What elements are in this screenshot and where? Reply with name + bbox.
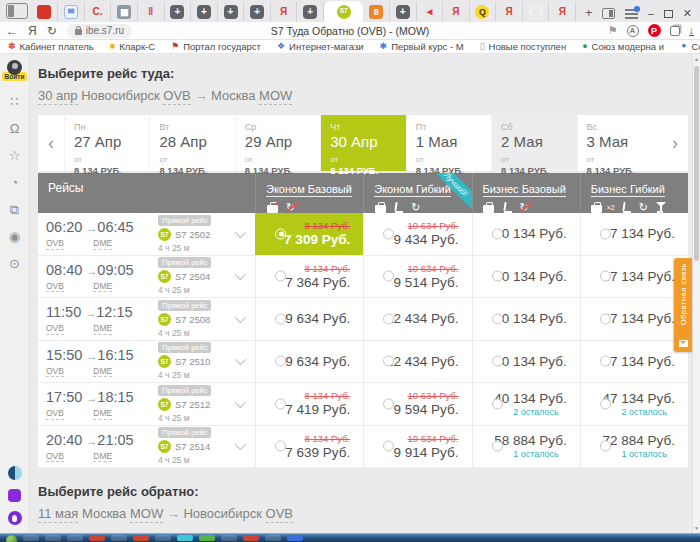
fare-cell-business-flex[interactable]: 47 134 Руб.	[580, 298, 688, 340]
fare-cell-business-basic[interactable]: 40 134 Руб.	[472, 256, 580, 298]
expand-chevron-icon[interactable]	[235, 269, 246, 280]
camera-app-icon[interactable]	[8, 489, 21, 502]
side-panel-icon[interactable]	[602, 8, 615, 19]
taskbar-app-icon[interactable]	[265, 535, 281, 541]
carousel-next-icon[interactable]: ›	[662, 115, 688, 171]
fare-radio[interactable]	[383, 398, 394, 409]
side-panel-icon[interactable]: ◉	[9, 230, 20, 243]
minimize-button[interactable]: –	[648, 8, 654, 19]
fare-radio[interactable]	[492, 398, 503, 409]
fare-radio[interactable]	[275, 441, 286, 452]
bookmark-item[interactable]: ● Союз модерна и	[582, 41, 664, 52]
fare-cell-econom-flex[interactable]: 10 634 Руб. 9 434 Руб.	[363, 213, 471, 255]
fare-radio[interactable]	[275, 271, 286, 282]
bookmark-item[interactable]: ❖ Интернет-магази	[277, 41, 364, 52]
scrollbar-thumb[interactable]	[694, 66, 699, 261]
fare-radio[interactable]	[275, 356, 286, 367]
fare-radio[interactable]	[600, 228, 611, 239]
fare-cell-business-basic[interactable]: 40 134 Руб. 2 осталось	[472, 383, 580, 425]
browser-tab[interactable]: +	[191, 2, 218, 22]
fare-column-econom-flex[interactable]: Эконом Гибкий ↻ Лучший!	[363, 173, 471, 213]
fare-cell-econom-flex[interactable]: 12 434 Руб.	[363, 341, 471, 383]
scroll-up-icon[interactable]: ▲	[693, 56, 700, 62]
fare-cell-business-flex[interactable]: 47 134 Руб. 2 осталось	[580, 383, 688, 425]
pinterest-icon[interactable]: P	[648, 24, 661, 37]
new-tab-button[interactable]: +	[576, 5, 602, 22]
fare-column-business-basic[interactable]: Бизнес Базовый ↻	[472, 173, 580, 213]
destination-code[interactable]: DME	[93, 451, 112, 463]
date-cell[interactable]: Ср 29 Апр от 8 134 РУБ.	[235, 115, 320, 171]
browser-tab[interactable]: S7	[324, 1, 363, 22]
taskbar-app-icon[interactable]	[111, 535, 127, 541]
fare-cell-business-flex[interactable]: 47 134 Руб.	[580, 256, 688, 298]
fare-radio[interactable]	[383, 441, 394, 452]
fare-cell-business-basic[interactable]: 40 134 Руб.	[472, 341, 580, 383]
browser-tab[interactable]: ◄	[417, 2, 444, 22]
avatar[interactable]	[7, 60, 22, 75]
back-icon[interactable]: ←	[6, 24, 18, 38]
fare-cell-econom-flex[interactable]: 12 434 Руб.	[363, 298, 471, 340]
taskbar-app-icon[interactable]	[45, 535, 61, 541]
expand-chevron-icon[interactable]	[235, 312, 246, 323]
destination-code[interactable]: DME	[93, 281, 112, 293]
outbound-to-code-link[interactable]: MOW	[259, 88, 292, 105]
browser-tab[interactable]: ‖	[138, 2, 165, 22]
browser-tab[interactable]: +	[390, 2, 417, 22]
fare-cell-econom-basic[interactable]: 8 134 Руб. 7 309 Руб.	[255, 213, 363, 255]
yandex-home-icon[interactable]: Я	[28, 24, 37, 38]
origin-code[interactable]: OVB	[46, 366, 64, 378]
download-icon[interactable]: ↓	[689, 25, 695, 36]
fare-cell-business-basic[interactable]: 40 134 Руб.	[472, 298, 580, 340]
fare-cell-econom-basic[interactable]: 8 134 Руб. 7 364 Руб.	[255, 256, 363, 298]
browser-tab[interactable]: ░	[523, 2, 550, 22]
extension-a-icon[interactable]: A	[627, 25, 639, 37]
fare-cell-econom-basic[interactable]: 9 634 Руб.	[255, 298, 363, 340]
browser-tab[interactable]: Я	[549, 2, 576, 22]
origin-code[interactable]: OVB	[46, 238, 64, 250]
restore-button[interactable]	[664, 10, 673, 18]
taskbar-app-icon[interactable]	[23, 535, 39, 541]
date-cell[interactable]: Сб 2 Мая от 8 134 РУБ.	[491, 115, 576, 171]
fare-cell-econom-basic[interactable]: 8 134 Руб. 7 639 Руб.	[255, 426, 363, 468]
side-panel-icon[interactable]: ☆	[9, 149, 21, 162]
browser-tab[interactable]	[32, 2, 59, 22]
fare-radio[interactable]	[600, 441, 611, 452]
page-scrollbar[interactable]: ▲ ▼	[692, 54, 700, 533]
inbound-to-code-link[interactable]: OVB	[266, 506, 293, 523]
browser-tab[interactable]: Я	[443, 2, 470, 22]
browser-tab[interactable]: 8	[363, 2, 390, 22]
fare-radio[interactable]	[600, 271, 611, 282]
fare-radio[interactable]	[275, 398, 286, 409]
destination-code[interactable]: DME	[93, 238, 112, 250]
collections-icon[interactable]	[670, 26, 680, 36]
inbound-date-link[interactable]: 11 мая	[38, 506, 78, 523]
outbound-date-link[interactable]: 30 апр	[38, 88, 78, 105]
reload-icon[interactable]: ↻	[47, 24, 57, 38]
scroll-down-icon[interactable]: ▼	[693, 525, 700, 531]
origin-code[interactable]: OVB	[46, 451, 64, 463]
browser-tab[interactable]: Q	[470, 2, 497, 22]
bookmark-item[interactable]: ✱ Первый курс - М	[380, 41, 464, 52]
music-app-icon[interactable]	[8, 511, 22, 525]
browser-tab[interactable]: ▦	[111, 2, 138, 22]
taskbar-app-icon[interactable]	[243, 535, 259, 541]
fare-cell-econom-basic[interactable]: 9 634 Руб.	[255, 341, 363, 383]
expand-chevron-icon[interactable]	[235, 439, 246, 450]
fare-cell-econom-flex[interactable]: 10 634 Руб. 9 914 Руб.	[363, 426, 471, 468]
inbound-from-code-link[interactable]: MOW	[130, 506, 163, 523]
origin-code[interactable]: OVB	[46, 323, 64, 335]
browser-tab[interactable]: С.	[85, 2, 112, 22]
expand-chevron-icon[interactable]	[235, 397, 246, 408]
destination-code[interactable]: DME	[93, 366, 112, 378]
expand-chevron-icon[interactable]	[235, 354, 246, 365]
date-cell[interactable]: Вт 28 Апр от 8 134 РУБ.	[149, 115, 234, 171]
fare-radio[interactable]	[492, 441, 503, 452]
taskbar-app-icon[interactable]	[89, 535, 105, 541]
browser-app-icon[interactable]	[8, 466, 22, 480]
outbound-from-code-link[interactable]: OVB	[163, 88, 190, 105]
side-panel-icon[interactable]: Ω	[10, 122, 20, 135]
taskbar-app-icon[interactable]	[67, 535, 83, 541]
browser-tab[interactable]: +	[244, 2, 271, 22]
fare-cell-econom-flex[interactable]: 10 634 Руб. 9 514 Руб.	[363, 256, 471, 298]
taskbar-app-icon[interactable]	[133, 535, 149, 541]
